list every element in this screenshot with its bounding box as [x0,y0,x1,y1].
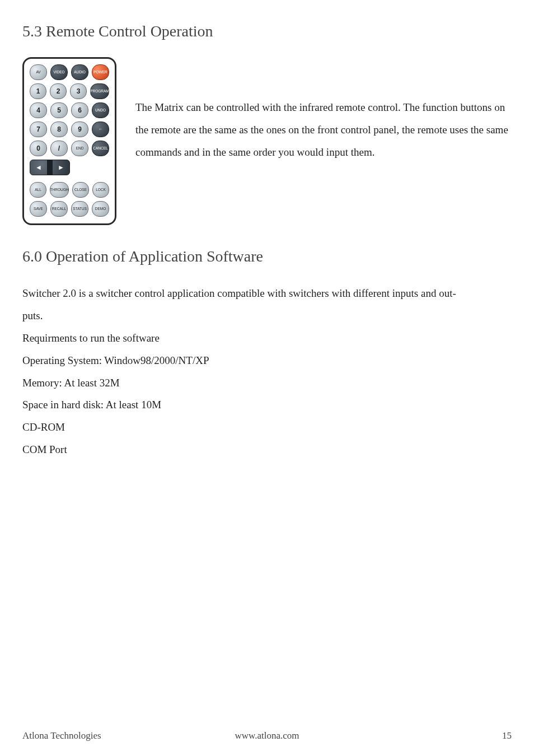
remote-btn-video: VIDEO [50,64,68,80]
remote-btn-save: SAVE [30,201,47,217]
remote-btn-slash: / [50,141,68,156]
page-footer: Atlona Technologies www.atlona.com 15 [0,730,534,741]
remote-btn-close: CLOSE [72,182,89,198]
remote-btn-8: 8 [50,122,68,137]
body-line: puts. [22,305,512,327]
remote-btn-cancel: CANCEL [92,141,109,156]
remote-btn-4: 4 [30,102,47,118]
section-53-title: 5.3 Remote Control Operation [22,22,512,40]
remote-btn-6: 6 [71,102,88,118]
section-60-title: 6.0 Operation of Application Software [22,248,512,265]
remote-btn-all: ALL [30,182,46,198]
body-line: Space in hard disk: At least 10M [22,394,512,416]
remote-btn-through: THROUGH [50,182,69,198]
remote-btn-undo: UNDO [92,102,109,118]
remote-btn-demo: DEMO [92,201,109,217]
remote-btn-status: STATUS [71,201,88,217]
remote-btn-2: 2 [50,83,67,99]
remote-arrow-right: ► [53,160,69,175]
remote-btn-av: AV [30,64,47,80]
body-line: Switcher 2.0 is a switcher control appli… [22,282,512,305]
remote-btn-1: 1 [30,83,46,99]
footer-center: www.atlona.com [0,730,534,741]
remote-btn-0: 0 [30,141,47,156]
section-53-paragraph: The Matrix can be controlled with the in… [135,57,512,164]
body-line: COM Port [22,438,512,461]
remote-arrow-bar: ◄ ► [30,160,70,175]
remote-btn-program: PROGRAM [90,83,109,99]
remote-btn-7: 7 [30,122,47,137]
body-line: Operating System: Window98/2000/NT/XP [22,349,512,372]
remote-btn-9: 9 [71,122,88,137]
body-line: CD-ROM [22,416,512,438]
section-60-body: Switcher 2.0 is a switcher control appli… [22,282,512,461]
remote-control-diagram: AV VIDEO AUDIO POWER 1 2 3 PROGRAM 4 5 6… [22,57,116,225]
remote-btn-3: 3 [70,83,87,99]
remote-arrow-left: ◄ [30,160,47,175]
remote-btn-5: 5 [50,102,68,118]
remote-btn-audio: AUDIO [71,64,88,80]
body-line: Memory: At least 32M [22,372,512,394]
remote-btn-power: POWER [92,64,109,80]
remote-btn-back: ← [92,122,109,137]
remote-btn-end: END [71,141,88,156]
remote-btn-recall: RECALL [50,201,68,217]
remote-btn-lock: LOCK [92,182,109,198]
body-line: Requirments to run the software [22,327,512,349]
